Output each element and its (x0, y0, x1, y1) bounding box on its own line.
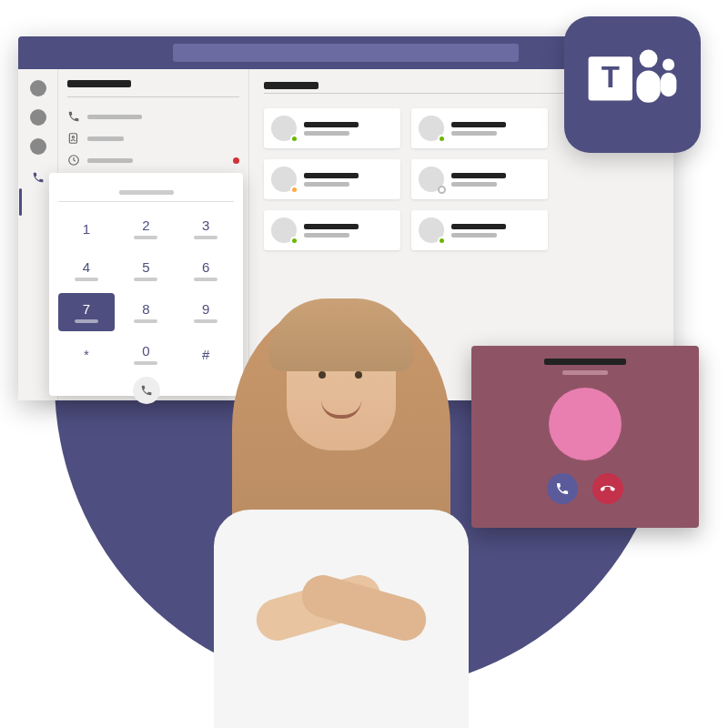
svg-point-1 (72, 136, 74, 138)
presence-indicator (290, 135, 298, 143)
rail-item-chat[interactable] (30, 109, 46, 126)
contact-subtitle (451, 182, 497, 187)
caller-name (544, 359, 626, 365)
phone-icon (67, 110, 80, 123)
dial-key-2[interactable]: 2 (118, 209, 175, 248)
contact-subtitle (451, 131, 497, 136)
dial-key-letters (134, 236, 157, 239)
dial-key-letters (75, 278, 98, 281)
svg-point-5 (640, 50, 658, 68)
person-photo (159, 273, 523, 728)
svg-point-7 (662, 58, 674, 70)
dial-key-number: * (84, 347, 89, 362)
dial-key-number: 5 (142, 259, 149, 275)
rail-item-calls[interactable] (28, 167, 48, 187)
history-icon (67, 154, 80, 167)
missed-call-badge (233, 157, 239, 164)
contact-subtitle (451, 233, 497, 238)
dial-key-letters (134, 278, 157, 281)
contact-name (451, 173, 506, 178)
contact-name (451, 122, 506, 127)
teams-logo-badge: T (564, 16, 701, 153)
contact-subtitle (304, 233, 349, 238)
dial-key-number: 1 (83, 221, 90, 237)
accept-call-button[interactable] (547, 473, 578, 504)
contact-card[interactable] (411, 108, 548, 148)
dialpad-call-button[interactable] (133, 377, 160, 404)
svg-rect-8 (661, 73, 677, 96)
contact-card[interactable] (411, 159, 548, 199)
dial-key-letters (134, 361, 157, 365)
dial-key-number: 2 (142, 217, 149, 233)
dial-key-number: 0 (142, 343, 149, 359)
contact-subtitle (304, 131, 349, 136)
contacts-icon (67, 132, 80, 145)
contact-name (304, 224, 359, 229)
decline-call-button[interactable] (592, 473, 623, 504)
dial-key-letters (194, 236, 217, 239)
contact-subtitle (304, 182, 349, 187)
sidebar-item-contacts[interactable] (67, 130, 239, 147)
sidebar-item-speeddial[interactable] (67, 108, 239, 125)
contact-name (451, 224, 506, 229)
presence-indicator (290, 237, 298, 245)
contact-avatar (419, 217, 444, 243)
dial-key-number: 4 (83, 259, 90, 275)
contact-card[interactable] (264, 159, 400, 199)
contact-avatar (271, 116, 297, 141)
dial-key-number: 8 (142, 301, 149, 317)
contact-card[interactable] (264, 210, 400, 250)
presence-indicator (438, 237, 446, 245)
contact-name (304, 122, 359, 127)
dial-key-1[interactable]: 1 (58, 209, 115, 248)
dial-key-4[interactable]: 4 (58, 251, 115, 289)
presence-indicator (438, 186, 446, 194)
svg-rect-6 (636, 71, 660, 103)
caller-subtitle (562, 370, 608, 375)
presence-indicator (438, 135, 446, 143)
contact-avatar (419, 167, 444, 192)
contact-card[interactable] (264, 108, 400, 148)
dial-key-letters (75, 319, 98, 323)
dial-key-number: 3 (202, 217, 209, 233)
svg-text:T: T (602, 60, 620, 94)
dial-key-letters (134, 319, 157, 323)
main-title (264, 82, 318, 89)
dialpad-display[interactable] (58, 182, 234, 202)
contact-avatar (419, 116, 444, 141)
dial-key-3[interactable]: 3 (177, 209, 234, 248)
contact-avatar (271, 167, 297, 192)
sidebar-item-history[interactable] (67, 152, 239, 168)
rail-item-teams[interactable] (30, 138, 46, 155)
contact-card[interactable] (411, 210, 548, 250)
search-input[interactable] (173, 44, 519, 62)
dial-key-7[interactable]: 7 (58, 293, 115, 331)
presence-indicator (290, 186, 298, 194)
rail-item-activity[interactable] (30, 80, 46, 96)
contact-name (304, 173, 359, 178)
sidebar-title (67, 80, 131, 87)
rail-active-indicator (19, 188, 22, 216)
contact-avatar (271, 217, 297, 243)
dial-key-*[interactable]: * (58, 335, 115, 373)
dial-key-number: 7 (83, 301, 90, 317)
caller-avatar (549, 388, 622, 460)
